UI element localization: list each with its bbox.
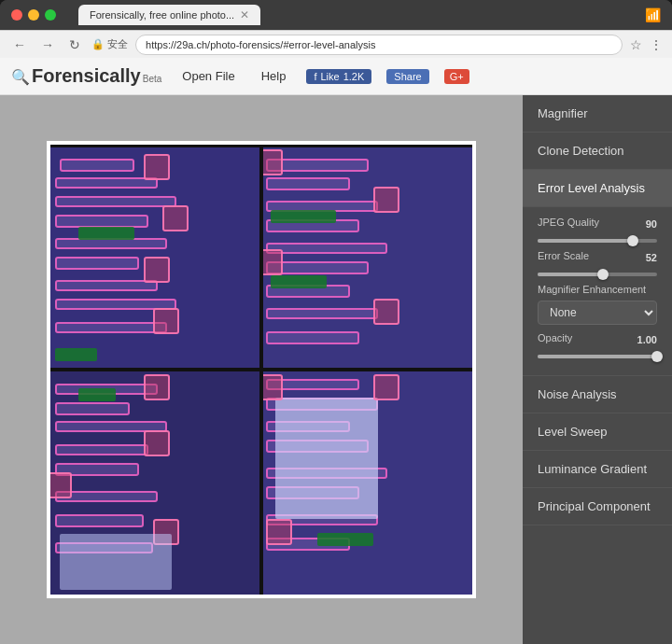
opacity-thumb[interactable] [651, 351, 663, 362]
error-scale-slider-container [538, 273, 657, 276]
traffic-lights [11, 9, 56, 21]
ela-avatar-element [261, 149, 283, 175]
ela-avatar-element [373, 374, 399, 400]
jpeg-quality-slider[interactable] [538, 239, 657, 243]
close-window-button[interactable] [11, 9, 22, 21]
browser-tab[interactable]: Forensically, free online photo... ✕ [78, 5, 260, 25]
facebook-like-button[interactable]: f Like 1.2K [306, 69, 371, 84]
sidebar-item-luminance-gradient[interactable]: Luminance Gradient [523, 451, 672, 488]
tab-title: Forensically, free online photo... [90, 9, 234, 21]
magnifier-enhancement-select[interactable]: None Contrast Sharpen Edge Detect [538, 301, 657, 325]
lock-icon: 🔒 安全 [91, 37, 128, 51]
tab-close-button[interactable]: ✕ [240, 8, 249, 21]
jpeg-quality-value: 90 [646, 218, 657, 230]
error-scale-slider[interactable] [538, 273, 657, 276]
ela-avatar-element [373, 187, 399, 213]
ela-avatar-element [266, 519, 292, 545]
ela-avatar-element [144, 154, 170, 180]
ela-avatar-element [153, 308, 179, 334]
ela-avatar-element [50, 472, 72, 498]
google-plus-button[interactable]: G+ [444, 69, 469, 84]
forward-button[interactable]: → [37, 35, 58, 54]
ela-text-element [55, 514, 144, 527]
error-scale-value: 52 [646, 252, 657, 263]
ela-quadrant-br [261, 370, 472, 595]
sidebar-item-level-sweep[interactable]: Level Sweep [523, 413, 672, 451]
maximize-window-button[interactable] [45, 9, 56, 21]
open-file-button[interactable]: Open File [176, 66, 240, 86]
image-canvas [47, 141, 476, 598]
ela-text-element [266, 243, 387, 254]
ela-green-element [317, 533, 373, 546]
ela-text-element [266, 177, 350, 190]
facebook-icon: f [314, 71, 316, 82]
ela-green-element [271, 275, 327, 288]
wifi-icon: 📶 [645, 7, 661, 22]
ela-quadrant-tr [261, 145, 472, 370]
ela-text-element [60, 159, 134, 172]
ela-green-element [271, 210, 336, 223]
ela-avatar-element [144, 257, 170, 283]
ela-text-element [266, 331, 359, 344]
minimize-window-button[interactable] [28, 9, 39, 21]
app-logo: 🔍 Forensically Beta [11, 65, 161, 87]
error-scale-thumb[interactable] [597, 269, 609, 280]
ela-avatar-element [144, 430, 170, 456]
url-input[interactable] [135, 35, 623, 55]
back-button[interactable]: ← [9, 35, 30, 54]
opacity-slider[interactable] [538, 355, 657, 358]
ela-visualization [50, 145, 472, 595]
browser-window: Forensically, free online photo... ✕ 📶 ←… [0, 0, 672, 644]
ela-green-element [78, 388, 116, 401]
sidebar-item-error-level-analysis[interactable]: Error Level Analysis [523, 170, 672, 207]
ela-green-element [55, 348, 97, 361]
image-area [0, 95, 523, 644]
app-name: Forensically [32, 65, 141, 87]
tab-bar: Forensically, free online photo... ✕ [71, 5, 268, 25]
jpeg-quality-slider-container [538, 239, 657, 243]
error-scale-label: Error Scale [538, 250, 589, 261]
error-scale-track [538, 273, 603, 276]
sidebar-item-noise-analysis[interactable]: Noise Analysis [523, 376, 672, 413]
sidebar-item-magnifier[interactable]: Magnifier [523, 95, 672, 133]
app-toolbar: 🔍 Forensically Beta Open File Help f Lik… [0, 58, 672, 95]
address-bar: ← → ↻ 🔒 安全 ☆ ⋮ [0, 30, 672, 58]
opacity-slider-container [538, 355, 657, 358]
help-button[interactable]: Help [256, 66, 292, 86]
ela-quadrant-tl [50, 145, 261, 370]
opacity-value: 1.00 [637, 334, 657, 345]
ela-avatar-element [373, 299, 399, 325]
magnifier-enhancement-label: Magnifier Enhancement [538, 284, 657, 295]
ela-text-element [55, 322, 167, 333]
ela-avatar-element [144, 374, 170, 400]
like-count: 1.2K [343, 71, 365, 82]
ela-text-element [55, 196, 176, 207]
ela-text-element [266, 308, 378, 319]
ela-text-element [55, 177, 158, 189]
ela-text-element [55, 280, 158, 291]
sidebar-item-clone-detection[interactable]: Clone Detection [523, 133, 672, 170]
jpeg-quality-row: JPEG Quality 90 [538, 217, 657, 231]
jpeg-quality-track [538, 239, 633, 243]
refresh-button[interactable]: ↻ [65, 35, 84, 54]
ela-avatar-element [261, 249, 283, 275]
ela-quadrant-bl [50, 370, 261, 595]
error-scale-row: Error Scale 52 [538, 250, 657, 265]
facebook-share-button[interactable]: Share [386, 69, 428, 84]
ela-text-element [55, 257, 139, 270]
opacity-track [538, 355, 657, 358]
like-label: Like [320, 71, 339, 82]
ela-avatar-element [162, 205, 189, 231]
ela-noise-element [60, 534, 172, 590]
bookmark-icon[interactable]: ☆ [630, 37, 642, 52]
ela-text-element [55, 215, 148, 228]
sidebar-item-principal-component[interactable]: Principal Component [523, 488, 672, 525]
opacity-row: Opacity 1.00 [538, 332, 657, 347]
search-icon: 🔍 [11, 68, 30, 86]
ela-controls-panel: JPEG Quality 90 Error Scale 52 [523, 207, 672, 376]
main-content: Magnifier Clone Detection Error Level An… [0, 95, 672, 644]
menu-icon[interactable]: ⋮ [650, 37, 663, 52]
jpeg-quality-thumb[interactable] [627, 235, 638, 246]
ela-green-element [78, 227, 134, 240]
opacity-label: Opacity [538, 332, 572, 343]
